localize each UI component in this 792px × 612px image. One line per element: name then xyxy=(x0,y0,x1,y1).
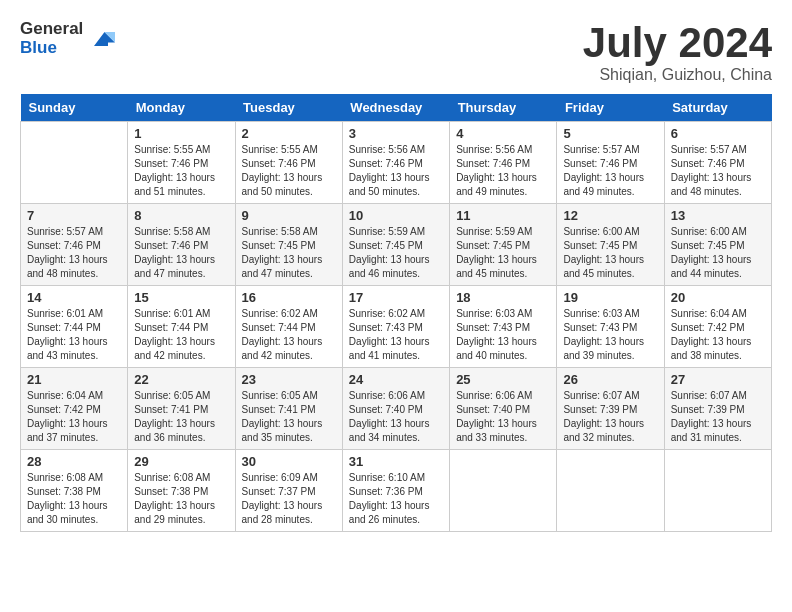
header-thursday: Thursday xyxy=(450,94,557,122)
calendar-cell: 3Sunrise: 5:56 AMSunset: 7:46 PMDaylight… xyxy=(342,122,449,204)
location-title: Shiqian, Guizhou, China xyxy=(583,66,772,84)
calendar-cell: 29Sunrise: 6:08 AMSunset: 7:38 PMDayligh… xyxy=(128,450,235,532)
header-friday: Friday xyxy=(557,94,664,122)
day-number: 5 xyxy=(563,126,657,141)
day-info: Sunrise: 5:55 AMSunset: 7:46 PMDaylight:… xyxy=(134,143,228,199)
day-number: 14 xyxy=(27,290,121,305)
month-title: July 2024 xyxy=(583,20,772,66)
calendar-cell: 18Sunrise: 6:03 AMSunset: 7:43 PMDayligh… xyxy=(450,286,557,368)
day-number: 11 xyxy=(456,208,550,223)
day-info: Sunrise: 6:00 AMSunset: 7:45 PMDaylight:… xyxy=(671,225,765,281)
calendar-cell: 25Sunrise: 6:06 AMSunset: 7:40 PMDayligh… xyxy=(450,368,557,450)
day-number: 8 xyxy=(134,208,228,223)
day-info: Sunrise: 6:02 AMSunset: 7:43 PMDaylight:… xyxy=(349,307,443,363)
week-row-2: 14Sunrise: 6:01 AMSunset: 7:44 PMDayligh… xyxy=(21,286,772,368)
calendar-cell: 28Sunrise: 6:08 AMSunset: 7:38 PMDayligh… xyxy=(21,450,128,532)
day-number: 3 xyxy=(349,126,443,141)
day-info: Sunrise: 6:07 AMSunset: 7:39 PMDaylight:… xyxy=(563,389,657,445)
calendar-cell: 19Sunrise: 6:03 AMSunset: 7:43 PMDayligh… xyxy=(557,286,664,368)
calendar-cell: 9Sunrise: 5:58 AMSunset: 7:45 PMDaylight… xyxy=(235,204,342,286)
day-info: Sunrise: 5:56 AMSunset: 7:46 PMDaylight:… xyxy=(456,143,550,199)
day-info: Sunrise: 6:01 AMSunset: 7:44 PMDaylight:… xyxy=(134,307,228,363)
day-info: Sunrise: 5:59 AMSunset: 7:45 PMDaylight:… xyxy=(349,225,443,281)
day-number: 12 xyxy=(563,208,657,223)
logo-icon xyxy=(87,25,115,53)
calendar-cell: 1Sunrise: 5:55 AMSunset: 7:46 PMDaylight… xyxy=(128,122,235,204)
calendar-cell: 2Sunrise: 5:55 AMSunset: 7:46 PMDaylight… xyxy=(235,122,342,204)
calendar-cell xyxy=(450,450,557,532)
day-number: 10 xyxy=(349,208,443,223)
calendar-header-row: SundayMondayTuesdayWednesdayThursdayFrid… xyxy=(21,94,772,122)
day-number: 30 xyxy=(242,454,336,469)
calendar-cell: 16Sunrise: 6:02 AMSunset: 7:44 PMDayligh… xyxy=(235,286,342,368)
day-info: Sunrise: 6:00 AMSunset: 7:45 PMDaylight:… xyxy=(563,225,657,281)
week-row-3: 21Sunrise: 6:04 AMSunset: 7:42 PMDayligh… xyxy=(21,368,772,450)
calendar-cell: 30Sunrise: 6:09 AMSunset: 7:37 PMDayligh… xyxy=(235,450,342,532)
day-number: 26 xyxy=(563,372,657,387)
day-info: Sunrise: 5:57 AMSunset: 7:46 PMDaylight:… xyxy=(563,143,657,199)
day-number: 27 xyxy=(671,372,765,387)
calendar-cell: 12Sunrise: 6:00 AMSunset: 7:45 PMDayligh… xyxy=(557,204,664,286)
day-info: Sunrise: 6:03 AMSunset: 7:43 PMDaylight:… xyxy=(563,307,657,363)
header-tuesday: Tuesday xyxy=(235,94,342,122)
header-saturday: Saturday xyxy=(664,94,771,122)
day-number: 23 xyxy=(242,372,336,387)
calendar-cell: 14Sunrise: 6:01 AMSunset: 7:44 PMDayligh… xyxy=(21,286,128,368)
day-info: Sunrise: 5:59 AMSunset: 7:45 PMDaylight:… xyxy=(456,225,550,281)
day-info: Sunrise: 6:10 AMSunset: 7:36 PMDaylight:… xyxy=(349,471,443,527)
week-row-0: 1Sunrise: 5:55 AMSunset: 7:46 PMDaylight… xyxy=(21,122,772,204)
title-block: July 2024 Shiqian, Guizhou, China xyxy=(583,20,772,84)
logo-general-text: General xyxy=(20,20,83,39)
day-number: 4 xyxy=(456,126,550,141)
day-number: 9 xyxy=(242,208,336,223)
day-info: Sunrise: 5:58 AMSunset: 7:46 PMDaylight:… xyxy=(134,225,228,281)
calendar-cell: 13Sunrise: 6:00 AMSunset: 7:45 PMDayligh… xyxy=(664,204,771,286)
day-info: Sunrise: 6:02 AMSunset: 7:44 PMDaylight:… xyxy=(242,307,336,363)
calendar-cell: 4Sunrise: 5:56 AMSunset: 7:46 PMDaylight… xyxy=(450,122,557,204)
day-number: 24 xyxy=(349,372,443,387)
day-number: 7 xyxy=(27,208,121,223)
header-sunday: Sunday xyxy=(21,94,128,122)
day-number: 16 xyxy=(242,290,336,305)
week-row-1: 7Sunrise: 5:57 AMSunset: 7:46 PMDaylight… xyxy=(21,204,772,286)
calendar-cell: 23Sunrise: 6:05 AMSunset: 7:41 PMDayligh… xyxy=(235,368,342,450)
day-number: 18 xyxy=(456,290,550,305)
day-number: 2 xyxy=(242,126,336,141)
calendar-cell: 22Sunrise: 6:05 AMSunset: 7:41 PMDayligh… xyxy=(128,368,235,450)
calendar-cell: 15Sunrise: 6:01 AMSunset: 7:44 PMDayligh… xyxy=(128,286,235,368)
calendar-cell xyxy=(21,122,128,204)
day-info: Sunrise: 6:05 AMSunset: 7:41 PMDaylight:… xyxy=(134,389,228,445)
day-info: Sunrise: 6:07 AMSunset: 7:39 PMDaylight:… xyxy=(671,389,765,445)
day-number: 22 xyxy=(134,372,228,387)
calendar-cell: 27Sunrise: 6:07 AMSunset: 7:39 PMDayligh… xyxy=(664,368,771,450)
day-number: 15 xyxy=(134,290,228,305)
day-number: 6 xyxy=(671,126,765,141)
day-number: 25 xyxy=(456,372,550,387)
day-number: 29 xyxy=(134,454,228,469)
day-number: 20 xyxy=(671,290,765,305)
day-info: Sunrise: 5:55 AMSunset: 7:46 PMDaylight:… xyxy=(242,143,336,199)
day-info: Sunrise: 6:08 AMSunset: 7:38 PMDaylight:… xyxy=(27,471,121,527)
calendar-cell: 11Sunrise: 5:59 AMSunset: 7:45 PMDayligh… xyxy=(450,204,557,286)
day-number: 31 xyxy=(349,454,443,469)
calendar-cell: 20Sunrise: 6:04 AMSunset: 7:42 PMDayligh… xyxy=(664,286,771,368)
day-number: 17 xyxy=(349,290,443,305)
calendar-table: SundayMondayTuesdayWednesdayThursdayFrid… xyxy=(20,94,772,532)
day-info: Sunrise: 6:06 AMSunset: 7:40 PMDaylight:… xyxy=(349,389,443,445)
day-info: Sunrise: 6:08 AMSunset: 7:38 PMDaylight:… xyxy=(134,471,228,527)
day-info: Sunrise: 6:06 AMSunset: 7:40 PMDaylight:… xyxy=(456,389,550,445)
page-header: General Blue July 2024 Shiqian, Guizhou,… xyxy=(20,20,772,84)
day-number: 13 xyxy=(671,208,765,223)
calendar-cell: 6Sunrise: 5:57 AMSunset: 7:46 PMDaylight… xyxy=(664,122,771,204)
calendar-cell: 5Sunrise: 5:57 AMSunset: 7:46 PMDaylight… xyxy=(557,122,664,204)
day-info: Sunrise: 6:04 AMSunset: 7:42 PMDaylight:… xyxy=(671,307,765,363)
day-info: Sunrise: 6:05 AMSunset: 7:41 PMDaylight:… xyxy=(242,389,336,445)
day-info: Sunrise: 6:04 AMSunset: 7:42 PMDaylight:… xyxy=(27,389,121,445)
calendar-cell: 17Sunrise: 6:02 AMSunset: 7:43 PMDayligh… xyxy=(342,286,449,368)
calendar-cell xyxy=(664,450,771,532)
day-number: 28 xyxy=(27,454,121,469)
day-info: Sunrise: 6:09 AMSunset: 7:37 PMDaylight:… xyxy=(242,471,336,527)
day-info: Sunrise: 6:01 AMSunset: 7:44 PMDaylight:… xyxy=(27,307,121,363)
week-row-4: 28Sunrise: 6:08 AMSunset: 7:38 PMDayligh… xyxy=(21,450,772,532)
calendar-cell: 24Sunrise: 6:06 AMSunset: 7:40 PMDayligh… xyxy=(342,368,449,450)
